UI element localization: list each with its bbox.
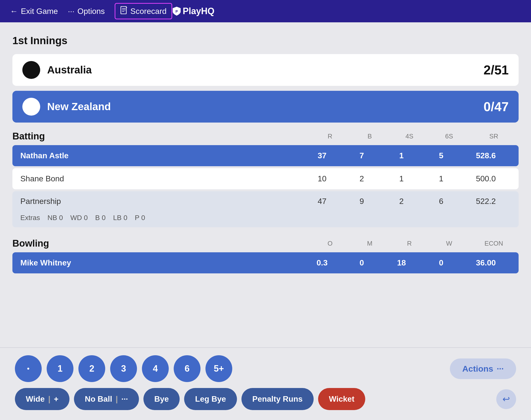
wide-button[interactable]: Wide | + <box>15 388 69 410</box>
col-4s: 4S <box>390 132 429 140</box>
australia-score: 2/51 <box>484 63 509 77</box>
score-btn-1[interactable]: 1 <box>47 355 73 382</box>
bye-label: Bye <box>154 394 169 404</box>
score-4-label: 4 <box>153 363 158 374</box>
batting-title: Batting <box>12 131 310 142</box>
col-6s: 6S <box>429 132 469 140</box>
batting-row-ss-shane: 1 <box>421 174 461 183</box>
score-btn-6[interactable]: 6 <box>174 355 200 382</box>
bowling-row-name-mike: Mike Whitney <box>20 258 302 267</box>
score-buttons-row: • 1 2 3 4 6 5+ Actions ··· <box>15 355 516 382</box>
score-btn-2[interactable]: 2 <box>78 355 105 382</box>
playhq-logo: P PlayHQ <box>172 6 214 16</box>
undo-button[interactable]: ↩ <box>496 389 516 409</box>
australia-team-row: Australia 2/51 <box>12 54 519 86</box>
batting-row-nathan[interactable]: Nathan Astle 37 7 1 5 528.6 <box>12 145 519 166</box>
wide-divider: | <box>48 394 50 404</box>
batting-row-sr-shane: 500.0 <box>461 174 511 183</box>
bowling-row-o-mike: 0.3 <box>302 258 342 267</box>
batting-row-sr-nathan: 528.6 <box>461 151 511 160</box>
wide-label: Wide <box>26 394 45 404</box>
batting-col-headers: R B 4S 6S SR <box>310 132 519 140</box>
wide-plus-icon: + <box>54 394 59 404</box>
col-r: R <box>310 132 350 140</box>
exit-game-label: Exit Game <box>21 7 58 16</box>
arrow-left-icon: ← <box>10 7 18 16</box>
score-btn-5plus[interactable]: 5+ <box>205 355 232 382</box>
bowl-col-econ: ECON <box>469 240 519 247</box>
scorecard-button[interactable]: Scorecard <box>115 3 172 19</box>
bottom-bar: • 1 2 3 4 6 5+ Actions ··· Wide | + <box>0 347 531 420</box>
bowling-col-headers: O M R W ECON <box>310 240 519 247</box>
batting-row-name-shane: Shane Bond <box>20 174 302 183</box>
bowling-section: Bowling O M R W ECON Mike Whitney 0.3 0 … <box>12 235 519 273</box>
partnership-b: 9 <box>342 197 382 206</box>
app-header: ← Exit Game ··· Options Scorecard P <box>0 0 531 22</box>
score-2-label: 2 <box>89 363 94 374</box>
partnership-sr: 522.2 <box>461 197 511 206</box>
extras-p: P 0 <box>135 214 145 222</box>
innings-title: 1st Innings <box>12 35 519 47</box>
col-sr: SR <box>469 132 519 140</box>
header-nav: ← Exit Game ··· Options Scorecard <box>10 3 172 19</box>
bowling-row-m-mike: 0 <box>342 258 382 267</box>
scorecard-label: Scorecard <box>130 7 166 16</box>
penaltyruns-button[interactable]: Penalty Runs <box>241 388 314 410</box>
extras-label: Extras <box>20 214 40 222</box>
australia-name: Australia <box>47 64 484 76</box>
batting-row-r-nathan: 37 <box>302 151 342 160</box>
score-1-label: 1 <box>58 363 63 374</box>
actions-label: Actions <box>462 364 493 374</box>
extras-nb: NB 0 <box>47 214 63 222</box>
batting-row-b-shane: 2 <box>342 174 382 183</box>
newzealand-avatar <box>22 98 40 116</box>
legbye-label: Leg Bye <box>195 394 226 404</box>
exit-game-button[interactable]: ← Exit Game <box>10 7 58 16</box>
batting-row-shane[interactable]: Shane Bond 10 2 1 1 500.0 <box>12 168 519 189</box>
bowling-row-r-mike: 18 <box>382 258 421 267</box>
bowling-row-econ-mike: 36.00 <box>461 258 511 267</box>
bowl-col-o: O <box>310 240 350 247</box>
batting-row-ss-nathan: 5 <box>421 151 461 160</box>
bowl-col-r: R <box>390 240 429 247</box>
batting-row-r-shane: 10 <box>302 174 342 183</box>
partnership-extras-container: Partnership 47 9 2 6 522.2 Extras NB 0 W… <box>12 191 519 227</box>
undo-icon: ↩ <box>502 394 510 404</box>
noball-dots-icon: ··· <box>121 394 128 404</box>
wicket-label: Wicket <box>329 394 355 404</box>
bye-button[interactable]: Bye <box>143 388 180 410</box>
legbye-button[interactable]: Leg Bye <box>184 388 237 410</box>
partnership-row: Partnership 47 9 2 6 522.2 <box>12 191 519 211</box>
score-btn-4[interactable]: 4 <box>142 355 169 382</box>
score-5plus-label: 5+ <box>214 363 224 374</box>
batting-row-fs-nathan: 1 <box>382 151 421 160</box>
score-btn-3[interactable]: 3 <box>110 355 137 382</box>
partnership-ss: 6 <box>421 197 461 206</box>
bowling-row-mike[interactable]: Mike Whitney 0.3 0 18 0 36.00 <box>12 252 519 273</box>
bowling-title: Bowling <box>12 238 310 249</box>
partnership-label: Partnership <box>20 197 302 206</box>
score-6-label: 6 <box>185 363 190 374</box>
noball-button[interactable]: No Ball | ··· <box>74 388 139 410</box>
newzealand-team-row: New Zealand 0/47 <box>12 91 519 123</box>
batting-row-fs-shane: 1 <box>382 174 421 183</box>
col-b: B <box>350 132 390 140</box>
score-3-label: 3 <box>121 363 126 374</box>
batting-row-name-nathan: Nathan Astle <box>20 151 302 160</box>
logo-text: PlayHQ <box>183 6 214 16</box>
actions-button[interactable]: Actions ··· <box>450 358 516 379</box>
wicket-button[interactable]: Wicket <box>318 388 365 410</box>
newzealand-name: New Zealand <box>47 101 484 113</box>
extras-b: B 0 <box>95 214 106 222</box>
options-button[interactable]: ··· Options <box>68 7 105 16</box>
bowling-row-w-mike: 0 <box>421 258 461 267</box>
extras-row: Extras NB 0 WD 0 B 0 LB 0 P 0 <box>12 209 519 227</box>
score-btn-dot[interactable]: • <box>15 355 42 382</box>
bowling-header: Bowling O M R W ECON <box>12 235 519 252</box>
main-content: 1st Innings Australia 2/51 New Zealand 0… <box>0 22 531 330</box>
australia-avatar <box>22 61 40 79</box>
bowl-col-w: W <box>429 240 469 247</box>
batting-header: Batting R B 4S 6S SR <box>12 128 519 145</box>
dot-label: • <box>27 365 30 373</box>
ellipsis-icon: ··· <box>68 7 74 16</box>
